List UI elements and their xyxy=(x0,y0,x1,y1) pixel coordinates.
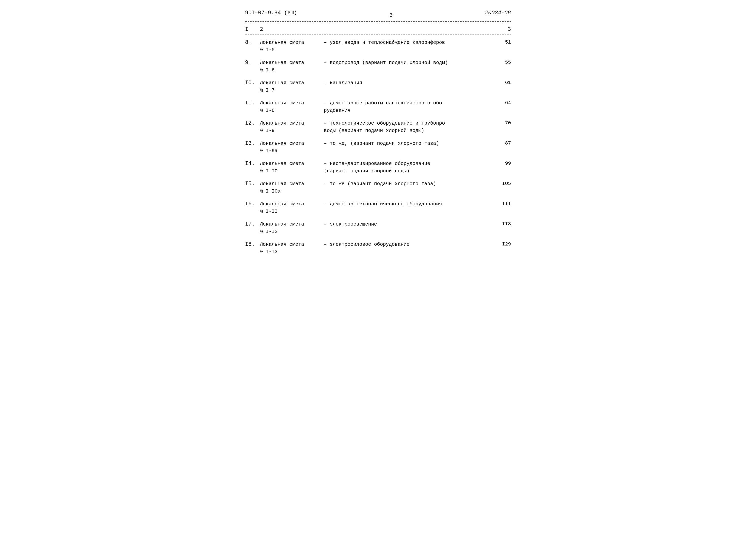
row-number: I7. xyxy=(245,221,260,227)
row-number: I2. xyxy=(245,120,260,126)
row-name: Локальная смета № I-IO xyxy=(260,160,324,175)
row-name: Локальная смета № I-7 xyxy=(260,79,324,94)
row-page-number: III xyxy=(491,200,511,207)
row-page-number: IO5 xyxy=(491,180,511,187)
row-number: I3. xyxy=(245,140,260,146)
header-area: 90I–07–9.84 (УШ) 3 20034-08 xyxy=(245,10,511,19)
col-header-1: I xyxy=(245,27,260,32)
row-description: – нестандартизированное оборудование (ва… xyxy=(324,160,491,175)
table-row: I3.Локальная смета № I-9a– то же, (вариа… xyxy=(245,140,511,155)
row-number: I8. xyxy=(245,241,260,247)
row-number: I5. xyxy=(245,180,260,187)
row-description: – электросиловое оборудование xyxy=(324,241,491,248)
table-row: 9.Локальная смета № I-6– водопровод (вар… xyxy=(245,59,511,74)
row-name: Локальная смета № I-6 xyxy=(260,59,324,74)
row-page-number: 51 xyxy=(491,39,511,45)
table-row: I6.Локальная смета № I-II– демонтаж техн… xyxy=(245,200,511,215)
row-page-number: 61 xyxy=(491,79,511,85)
row-page-number: I29 xyxy=(491,241,511,247)
row-name: Локальная смета № I-I3 xyxy=(260,241,324,255)
row-name: Локальная смета № I-I2 xyxy=(260,221,324,236)
row-page-number: 87 xyxy=(491,140,511,146)
table-row: IO.Локальная смета № I-7– канализация61 xyxy=(245,79,511,94)
page-number: 3 xyxy=(297,12,485,19)
row-number: I6. xyxy=(245,200,260,207)
row-number: IO. xyxy=(245,79,260,86)
row-name: Локальная смета № I-9a xyxy=(260,140,324,155)
table-body: 8.Локальная смета № I-5– узел ввода и те… xyxy=(245,39,511,255)
row-name: Локальная смета № I-5 xyxy=(260,39,324,54)
column-headers-row: I 2 3 xyxy=(245,25,511,34)
row-description: – то же, (вариант подачи хлорного газа) xyxy=(324,140,491,147)
row-page-number: 99 xyxy=(491,160,511,166)
row-name: Локальная смета № I-8 xyxy=(260,99,324,114)
table-row: I2.Локальная смета № I-9– технологическо… xyxy=(245,120,511,134)
row-description: – то же (вариант подачи хлорного газа) xyxy=(324,180,491,188)
row-name: Локальная смета № I-9 xyxy=(260,120,324,134)
row-description: – водопровод (вариант подачи хлорной вод… xyxy=(324,59,491,67)
table-row: 8.Локальная смета № I-5– узел ввода и те… xyxy=(245,39,511,54)
col-header-4: 3 xyxy=(491,27,511,32)
row-description: – узел ввода и теплоснабжение калориферо… xyxy=(324,39,491,46)
row-number: II. xyxy=(245,99,260,106)
top-dashed-line xyxy=(245,22,511,22)
row-number: I4. xyxy=(245,160,260,167)
row-number: 9. xyxy=(245,59,260,66)
table-row: I4.Локальная смета № I-IO– нестандартизи… xyxy=(245,160,511,175)
row-page-number: 55 xyxy=(491,59,511,65)
row-description: – демонтажные работы сантехнического обо… xyxy=(324,99,491,114)
row-description: – электроосвещение xyxy=(324,221,491,228)
row-description: – демонтаж технологического оборудования xyxy=(324,200,491,208)
row-page-number: 70 xyxy=(491,120,511,126)
row-number: 8. xyxy=(245,39,260,46)
table-row: I5.Локальная смета № I-IOa– то же (вариа… xyxy=(245,180,511,195)
col-header-2: 2 xyxy=(260,27,324,32)
doc-code: 20034-08 xyxy=(485,10,511,16)
table-row: I8.Локальная смета № I-I3– электросилово… xyxy=(245,241,511,255)
row-name: Локальная смета № I-IOa xyxy=(260,180,324,195)
table-row: I7.Локальная смета № I-I2– электроосвеще… xyxy=(245,221,511,236)
row-name: Локальная смета № I-II xyxy=(260,200,324,215)
row-page-number: II8 xyxy=(491,221,511,227)
row-description: – технологическое оборудование и трубопр… xyxy=(324,120,491,134)
row-description: – канализация xyxy=(324,79,491,87)
row-page-number: 64 xyxy=(491,99,511,106)
subtitle: 90I–07–9.84 (УШ) xyxy=(245,10,297,16)
table-row: II.Локальная смета № I-8– демонтажные ра… xyxy=(245,99,511,114)
